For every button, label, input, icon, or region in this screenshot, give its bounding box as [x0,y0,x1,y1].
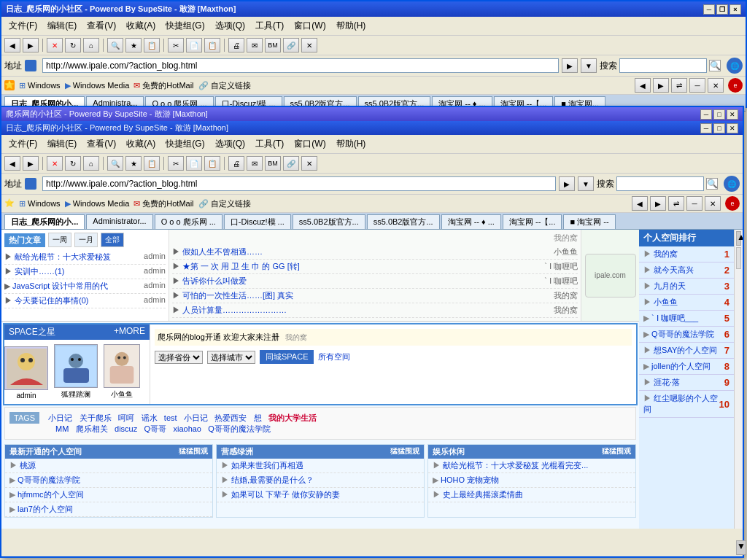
fav-hotmail-2[interactable]: ✉ 免费的HotMail [133,198,193,209]
stop-btn-2[interactable]: ✕ [47,156,63,171]
menu-view-2[interactable]: 查看(V) [82,136,120,152]
hist-btn-1[interactable]: 📋 [144,38,160,52]
min-btn-2b[interactable]: ─ [700,123,712,133]
nav-min-2[interactable]: ─ [686,196,703,211]
mail-btn-2[interactable]: ✉ [247,156,263,171]
tab-2-7[interactable]: 淘宝网 --【... [503,214,562,229]
home-btn-2[interactable]: ⌂ [83,156,99,171]
print-btn-2[interactable]: 🖨 [228,156,244,171]
rank-link-5[interactable]: Q哥哥的魔法学院 [643,329,714,340]
tag-14[interactable]: Q哥哥的魔法学院 [208,424,271,433]
tag-8[interactable]: 我的大学生活 [268,413,317,422]
ent-link-1[interactable]: HOHO 宠物宠物 [433,475,499,484]
close-btn-2a[interactable]: ✕ [727,109,738,120]
fav-custom-2[interactable]: 🔗 自定义链接 [198,198,251,209]
hot-tab-all[interactable]: 全部 [101,233,124,247]
search-btn-1[interactable]: 🔍 [107,38,123,52]
tab-2-4[interactable]: ss5.0B2版官方... [293,214,365,229]
tag-1[interactable]: 关于爬乐 [80,413,112,422]
fav-star-icon-1[interactable]: ⭐ [4,80,15,90]
tag-9[interactable]: MM [55,424,69,433]
tab-2-0[interactable]: 日志_爬乐网的小... [4,214,85,229]
menu-window-2[interactable]: 窗口(W) [290,136,330,152]
tag-5[interactable]: 小日记 [184,413,208,422]
refresh-btn-1[interactable]: ↻ [65,38,81,52]
close-btn-1[interactable]: × [729,4,741,15]
space-btn[interactable]: 同城SPACE [260,350,314,364]
tag-10[interactable]: 爬乐相关 [76,424,108,433]
insp-link-2[interactable]: 如果可以 下辈子 做你安静的妻 [221,490,340,499]
article-link-0[interactable]: 献给光棍节：十大求爱秘笈 [4,252,111,262]
copy-btn-2[interactable]: 📄 [186,156,202,171]
inspiration-more[interactable]: 猛猛围观 [390,446,419,457]
rank-link-0[interactable]: 我的窝 [643,249,678,260]
nav-x-1[interactable]: ✕ [708,78,724,93]
rank-link-7[interactable]: jollen的个人空间 [643,361,711,372]
tag-0[interactable]: 小日记 [48,413,72,422]
tag-13[interactable]: xiaohao [173,424,201,433]
fav-windows-1[interactable]: ⊞ Windows [19,81,61,90]
forward-btn-2[interactable]: ▶ [23,156,39,171]
tag-2[interactable]: 呵呵 [118,413,134,422]
tag-6[interactable]: 热爱西安 [214,413,247,422]
address-input-2[interactable] [42,176,556,191]
menu-group-1[interactable]: 快捷组(G) [161,18,209,34]
fav-windows-2[interactable]: ⊞ Windows [19,199,61,209]
latest-open-more[interactable]: 猛猛围观 [179,446,208,457]
minimize-btn-1[interactable]: ─ [703,4,715,15]
tag-11[interactable]: discuz [115,424,137,433]
max-btn-2a[interactable]: □ [713,109,725,120]
nav-back-2[interactable]: ◀ [632,196,648,211]
nav-fwd-1[interactable]: ▶ [653,78,669,93]
fav-star-icon-2[interactable]: ⭐ [4,198,15,209]
menu-edit-1[interactable]: 编辑(E) [43,18,81,34]
scroll-up[interactable]: ▲ [736,231,741,246]
menu-options-1[interactable]: 选项(Q) [211,18,249,34]
search-input-1[interactable] [619,58,707,73]
latest-link-2[interactable]: hjfmmc的个人空间 [9,490,84,499]
tab-2-1[interactable]: Administrator... [86,214,152,229]
hist-btn-2[interactable]: 📋 [144,156,160,171]
hot-tab-month[interactable]: 一月 [74,233,98,247]
menu-help-2[interactable]: 帮助(H) [332,136,371,152]
link-btn-1[interactable]: 🔗 [283,38,299,52]
fav-media-1[interactable]: ▶ Windows Media [65,81,130,90]
hot-tab-week[interactable]: 一周 [48,233,71,247]
city-select[interactable]: 选择城市 [207,351,255,364]
article-link-3[interactable]: 今天要记住的事情(0) [4,295,89,306]
menu-window-1[interactable]: 窗口(W) [290,18,330,34]
tag-12[interactable]: Q哥哥 [144,424,167,433]
cut-btn-2[interactable]: ✂ [168,156,184,171]
rank-link-2[interactable]: 九月的天 [643,281,686,292]
rank-link-1[interactable]: 就今天高兴 [643,265,694,276]
right-link-0[interactable]: 假如人生不曾相遇…… [172,246,263,257]
copy-btn-1[interactable]: 📄 [186,38,202,52]
scroll-thumb[interactable] [736,247,741,269]
go-btn-1[interactable]: ▶ [562,58,578,73]
bm-btn-1[interactable]: BM [265,38,281,52]
close-tab-btn-1[interactable]: ✕ [301,38,317,52]
fav-media-2[interactable]: ▶ Windows Media [65,199,130,209]
menu-group-2[interactable]: 快捷组(G) [161,136,209,152]
cut-btn-1[interactable]: ✂ [168,38,184,52]
stop-btn-1[interactable]: ✕ [47,38,63,52]
rank-link-6[interactable]: 想SAY的个人空间 [643,345,717,356]
search-input-2[interactable] [616,176,704,191]
close-tab-btn-2[interactable]: ✕ [301,156,317,171]
menu-help-1[interactable]: 帮助(H) [332,18,371,34]
tag-3[interactable]: 谣水 [142,413,158,422]
close-btn-2b[interactable]: ✕ [727,123,738,133]
menu-tools-2[interactable]: 工具(T) [251,136,288,152]
max-btn-2b[interactable]: □ [713,123,725,133]
insp-link-0[interactable]: 如果来世我们再相遇 [221,461,303,470]
menu-file-1[interactable]: 文件(F) [4,18,42,34]
insp-link-1[interactable]: 结婚,最需要的是什么？ [221,475,314,484]
menu-edit-2[interactable]: 编辑(E) [43,136,81,152]
paste-btn-2[interactable]: 📋 [204,156,220,171]
search-btn-2[interactable]: 🔍 [107,156,123,171]
right-link-3[interactable]: 可怕的一次性生活……[图] 真实 [172,290,293,301]
nav-back-1[interactable]: ◀ [635,78,651,93]
nav-x-2[interactable]: ✕ [705,196,721,211]
ent-link-2[interactable]: 史上最经典摇滚柔情曲 [433,490,523,499]
all-spaces-link[interactable]: 所有空间 [318,351,350,362]
